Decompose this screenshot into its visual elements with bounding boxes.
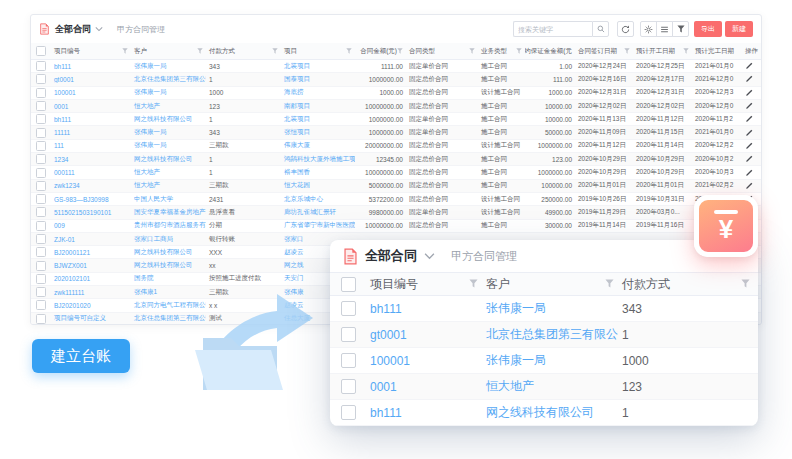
cell-customer[interactable]: 网之线科技有限公司 [482, 404, 618, 421]
row-checkbox[interactable] [36, 300, 46, 310]
row-checkbox[interactable] [341, 353, 356, 368]
edit-button[interactable] [742, 115, 760, 123]
row-checkbox[interactable] [341, 301, 356, 316]
cell-id[interactable]: BJ20001121 [51, 249, 131, 256]
select-all-checkbox[interactable] [341, 277, 356, 292]
cell-customer[interactable]: 张伟康一局 [131, 62, 206, 71]
cell-project[interactable]: 北装项目 [281, 115, 355, 124]
cell-id[interactable]: BJ20201020 [51, 302, 131, 309]
cell-customer[interactable]: 恒大地产 [131, 181, 206, 190]
cell-customer[interactable]: 北京住总集团第三有限公司 [482, 326, 618, 343]
cell-project[interactable]: 伟康大厦 [281, 141, 355, 150]
column-header-biz[interactable]: 业务类型 [478, 47, 525, 56]
cell-id[interactable]: GS-983—BJ30998 [51, 196, 131, 203]
cell-customer[interactable]: 张伟康一局 [482, 352, 618, 369]
row-checkbox[interactable] [36, 154, 46, 164]
cell-id[interactable]: BJWZX001 [51, 262, 131, 269]
column-header-payment[interactable]: 付款方式 [618, 276, 754, 293]
edit-button[interactable] [742, 62, 760, 70]
row-checkbox[interactable] [36, 74, 46, 84]
row-checkbox[interactable] [36, 88, 46, 98]
filter-icon[interactable] [346, 48, 352, 55]
cell-id[interactable]: 100001 [51, 89, 131, 96]
column-header-sign[interactable]: 合同签订日期 [575, 47, 633, 56]
column-header-id[interactable]: 项目编号 [366, 276, 482, 293]
cell-project[interactable]: 海底捞 [281, 88, 355, 97]
chevron-down-icon[interactable] [424, 252, 435, 260]
row-checkbox[interactable] [341, 405, 356, 420]
cell-id[interactable]: zwk1234 [51, 182, 131, 189]
cell-customer[interactable]: 张家口工商局 [131, 235, 206, 244]
row-checkbox[interactable] [341, 327, 356, 342]
search-button[interactable] [592, 21, 609, 37]
cell-customer[interactable]: 中国人民大学 [131, 195, 206, 204]
cell-id[interactable]: zwk111111 [51, 289, 131, 296]
cell-customer[interactable]: 网之线科技有限公司 [131, 261, 206, 270]
cell-id[interactable]: bh111 [366, 302, 482, 316]
edit-button[interactable] [742, 169, 760, 177]
edit-button[interactable] [742, 102, 760, 110]
row-checkbox[interactable] [36, 194, 46, 204]
column-header-customer[interactable]: 客户 [131, 47, 206, 56]
edit-button[interactable] [742, 142, 760, 150]
export-button[interactable]: 导出 [694, 21, 722, 37]
filter-icon[interactable] [605, 277, 614, 291]
filter-icon[interactable] [624, 48, 630, 55]
cell-customer[interactable]: 国安华夏幸福基金房地产... [131, 208, 206, 217]
row-checkbox[interactable] [341, 379, 356, 394]
filter-icon[interactable] [122, 48, 128, 55]
cell-project[interactable]: 北京乐城中心 [281, 195, 355, 204]
filter-toolbar-button[interactable] [672, 21, 689, 37]
row-checkbox[interactable] [36, 141, 46, 151]
column-header-amount[interactable]: 合同金额(元) [355, 47, 406, 56]
edit-button[interactable] [742, 129, 760, 137]
column-header-customer[interactable]: 客户 [482, 276, 618, 293]
column-header-action[interactable]: 操作 [742, 47, 760, 56]
cell-project[interactable]: 廊坊孔雀城汇景轩 [281, 208, 355, 217]
select-all-checkbox[interactable] [36, 46, 46, 56]
cell-customer[interactable]: 网之线科技有限公司 [131, 115, 206, 124]
filter-icon[interactable] [683, 48, 689, 55]
row-checkbox[interactable] [36, 234, 46, 244]
filter-icon[interactable] [197, 48, 203, 55]
row-checkbox[interactable] [36, 168, 46, 178]
cell-customer[interactable]: 张伟康一局 [482, 300, 618, 317]
cell-project[interactable]: 鸿鹄科技大厦外墙施工项目 [281, 155, 355, 164]
cell-project[interactable]: 恒大花园 [281, 181, 355, 190]
filter-icon[interactable] [516, 48, 522, 55]
create-button[interactable]: 新建 [725, 21, 753, 37]
cell-customer[interactable]: 恒大地产 [482, 378, 618, 395]
cell-id[interactable]: 2020102101 [51, 275, 131, 282]
refresh-button[interactable] [617, 21, 634, 37]
cell-id[interactable]: 100001 [366, 354, 482, 368]
column-header-type[interactable]: 合同类型 [406, 47, 478, 56]
cell-project[interactable]: 张恒项目 [281, 128, 355, 137]
edit-button[interactable] [742, 182, 760, 190]
row-checkbox[interactable] [36, 314, 46, 324]
cell-id[interactable]: 5115021503190101 [51, 209, 131, 216]
cell-project[interactable]: 裕丰国香 [281, 168, 355, 177]
create-ledger-button[interactable]: 建立台账 [32, 339, 130, 373]
cell-id[interactable]: gt0001 [366, 328, 482, 342]
filter-icon[interactable] [397, 48, 403, 55]
filter-icon[interactable] [469, 277, 478, 291]
row-checkbox[interactable] [36, 274, 46, 284]
cell-id[interactable]: 009 [51, 222, 131, 229]
column-header-payment[interactable]: 付款方式 [206, 47, 281, 56]
column-header-id[interactable]: 项目编号 [51, 47, 131, 56]
cell-id[interactable]: bh111 [51, 63, 131, 70]
cell-project[interactable]: 南郡项目 [281, 102, 355, 111]
cell-customer[interactable]: 贵州市都匀市酒店服务有... [131, 221, 206, 230]
cell-customer[interactable]: 网之线科技有限公司 [131, 155, 206, 164]
edit-button[interactable] [742, 75, 760, 83]
cell-id[interactable]: 1234 [51, 156, 131, 163]
search-input[interactable] [513, 21, 592, 37]
edit-button[interactable] [742, 155, 760, 163]
row-checkbox[interactable] [36, 61, 46, 71]
cell-id[interactable]: gt0001 [51, 76, 131, 83]
row-checkbox[interactable] [36, 207, 46, 217]
filter-icon[interactable] [741, 277, 750, 291]
cell-customer[interactable]: 张伟康一局 [131, 141, 206, 150]
column-layout-button[interactable] [656, 21, 673, 37]
row-checkbox[interactable] [36, 247, 46, 257]
